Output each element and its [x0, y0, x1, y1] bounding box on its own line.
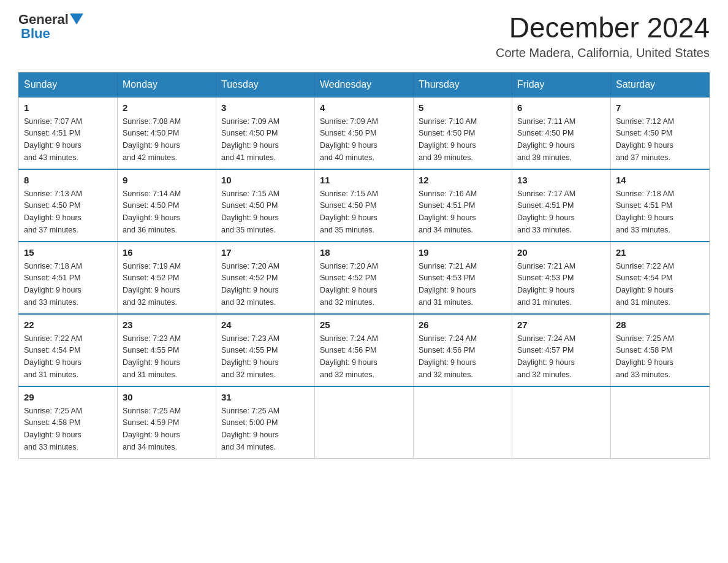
weekday-header-monday: Monday: [118, 72, 216, 97]
calendar-cell: 17 Sunrise: 7:20 AMSunset: 4:52 PMDaylig…: [216, 242, 315, 314]
day-info: Sunrise: 7:25 AMSunset: 4:59 PMDaylight:…: [123, 407, 181, 451]
calendar-cell: 16 Sunrise: 7:19 AMSunset: 4:52 PMDaylig…: [118, 242, 216, 314]
week-row-4: 22 Sunrise: 7:22 AMSunset: 4:54 PMDaylig…: [19, 314, 710, 386]
day-info: Sunrise: 7:08 AMSunset: 4:50 PMDaylight:…: [123, 117, 181, 162]
calendar-cell: 14 Sunrise: 7:18 AMSunset: 4:51 PMDaylig…: [611, 169, 710, 242]
day-number: 12: [419, 175, 507, 185]
weekday-header-sunday: Sunday: [19, 72, 118, 97]
calendar-cell: 5 Sunrise: 7:10 AMSunset: 4:50 PMDayligh…: [414, 97, 512, 169]
day-number: 31: [221, 392, 309, 402]
day-info: Sunrise: 7:15 AMSunset: 4:50 PMDaylight:…: [320, 190, 378, 234]
calendar-cell: 22 Sunrise: 7:22 AMSunset: 4:54 PMDaylig…: [19, 314, 118, 386]
day-number: 17: [221, 247, 309, 258]
calendar-cell: 15 Sunrise: 7:18 AMSunset: 4:51 PMDaylig…: [19, 242, 118, 314]
day-info: Sunrise: 7:16 AMSunset: 4:51 PMDaylight:…: [419, 190, 477, 234]
weekday-header-thursday: Thursday: [414, 72, 512, 97]
logo-arrow-icon: [70, 13, 83, 27]
calendar-cell: 25 Sunrise: 7:24 AMSunset: 4:56 PMDaylig…: [315, 314, 414, 386]
page-header: General Blue December 2024 Corte Madera,…: [18, 12, 710, 60]
day-info: Sunrise: 7:13 AMSunset: 4:50 PMDaylight:…: [24, 190, 82, 234]
calendar-cell: 8 Sunrise: 7:13 AMSunset: 4:50 PMDayligh…: [19, 169, 118, 242]
calendar-cell: 1 Sunrise: 7:07 AMSunset: 4:51 PMDayligh…: [19, 97, 118, 169]
day-number: 15: [24, 247, 112, 258]
day-number: 21: [616, 247, 704, 258]
day-number: 30: [123, 392, 211, 402]
weekday-header-friday: Friday: [512, 72, 611, 97]
week-row-1: 1 Sunrise: 7:07 AMSunset: 4:51 PMDayligh…: [19, 97, 710, 169]
day-info: Sunrise: 7:22 AMSunset: 4:54 PMDaylight:…: [616, 262, 674, 307]
calendar-cell: 4 Sunrise: 7:09 AMSunset: 4:50 PMDayligh…: [315, 97, 414, 169]
logo-general: General: [18, 13, 69, 26]
day-number: 28: [616, 320, 704, 330]
calendar-cell: 21 Sunrise: 7:22 AMSunset: 4:54 PMDaylig…: [611, 242, 710, 314]
day-info: Sunrise: 7:24 AMSunset: 4:56 PMDaylight:…: [419, 334, 477, 379]
day-number: 9: [123, 175, 211, 185]
day-info: Sunrise: 7:23 AMSunset: 4:55 PMDaylight:…: [123, 334, 181, 379]
day-info: Sunrise: 7:20 AMSunset: 4:52 PMDaylight:…: [221, 262, 279, 307]
day-number: 14: [616, 175, 704, 185]
calendar-cell: [414, 386, 512, 459]
weekday-header-saturday: Saturday: [611, 72, 710, 97]
day-info: Sunrise: 7:24 AMSunset: 4:57 PMDaylight:…: [517, 334, 575, 379]
day-number: 19: [419, 247, 507, 258]
day-info: Sunrise: 7:24 AMSunset: 4:56 PMDaylight:…: [320, 334, 378, 379]
day-info: Sunrise: 7:25 AMSunset: 5:00 PMDaylight:…: [221, 407, 279, 451]
calendar-cell: 2 Sunrise: 7:08 AMSunset: 4:50 PMDayligh…: [118, 97, 216, 169]
logo-blue: Blue: [21, 27, 50, 40]
weekday-header-tuesday: Tuesday: [216, 72, 315, 97]
day-number: 26: [419, 320, 507, 330]
calendar-cell: 3 Sunrise: 7:09 AMSunset: 4:50 PMDayligh…: [216, 97, 315, 169]
day-number: 16: [123, 247, 211, 258]
day-info: Sunrise: 7:09 AMSunset: 4:50 PMDaylight:…: [221, 117, 279, 162]
calendar-cell: 9 Sunrise: 7:14 AMSunset: 4:50 PMDayligh…: [118, 169, 216, 242]
day-info: Sunrise: 7:19 AMSunset: 4:52 PMDaylight:…: [123, 262, 181, 307]
calendar-cell: 12 Sunrise: 7:16 AMSunset: 4:51 PMDaylig…: [414, 169, 512, 242]
day-number: 29: [24, 392, 112, 402]
day-number: 25: [320, 320, 408, 330]
day-number: 22: [24, 320, 112, 330]
day-number: 20: [517, 247, 605, 258]
day-number: 6: [517, 102, 605, 113]
calendar-cell: [611, 386, 710, 459]
day-number: 8: [24, 175, 112, 185]
day-info: Sunrise: 7:20 AMSunset: 4:52 PMDaylight:…: [320, 262, 378, 307]
day-number: 1: [24, 102, 112, 113]
day-number: 2: [123, 102, 211, 113]
calendar-cell: 30 Sunrise: 7:25 AMSunset: 4:59 PMDaylig…: [118, 386, 216, 459]
calendar-cell: 20 Sunrise: 7:21 AMSunset: 4:53 PMDaylig…: [512, 242, 611, 314]
calendar-cell: 27 Sunrise: 7:24 AMSunset: 4:57 PMDaylig…: [512, 314, 611, 386]
week-row-2: 8 Sunrise: 7:13 AMSunset: 4:50 PMDayligh…: [19, 169, 710, 242]
day-info: Sunrise: 7:25 AMSunset: 4:58 PMDaylight:…: [616, 334, 674, 379]
day-info: Sunrise: 7:14 AMSunset: 4:50 PMDaylight:…: [123, 190, 181, 234]
calendar-cell: 24 Sunrise: 7:23 AMSunset: 4:55 PMDaylig…: [216, 314, 315, 386]
day-number: 7: [616, 102, 704, 113]
day-info: Sunrise: 7:09 AMSunset: 4:50 PMDaylight:…: [320, 117, 378, 162]
calendar-cell: 6 Sunrise: 7:11 AMSunset: 4:50 PMDayligh…: [512, 97, 611, 169]
calendar-cell: 7 Sunrise: 7:12 AMSunset: 4:50 PMDayligh…: [611, 97, 710, 169]
day-info: Sunrise: 7:18 AMSunset: 4:51 PMDaylight:…: [24, 262, 82, 307]
day-number: 10: [221, 175, 309, 185]
logo: General Blue: [18, 12, 83, 40]
day-info: Sunrise: 7:10 AMSunset: 4:50 PMDaylight:…: [419, 117, 477, 162]
week-row-3: 15 Sunrise: 7:18 AMSunset: 4:51 PMDaylig…: [19, 242, 710, 314]
calendar-cell: 10 Sunrise: 7:15 AMSunset: 4:50 PMDaylig…: [216, 169, 315, 242]
day-info: Sunrise: 7:12 AMSunset: 4:50 PMDaylight:…: [616, 117, 674, 162]
day-info: Sunrise: 7:11 AMSunset: 4:50 PMDaylight:…: [517, 117, 575, 162]
calendar-cell: 18 Sunrise: 7:20 AMSunset: 4:52 PMDaylig…: [315, 242, 414, 314]
main-title: December 2024: [496, 12, 710, 44]
day-number: 27: [517, 320, 605, 330]
calendar-cell: 28 Sunrise: 7:25 AMSunset: 4:58 PMDaylig…: [611, 314, 710, 386]
day-info: Sunrise: 7:18 AMSunset: 4:51 PMDaylight:…: [616, 190, 674, 234]
day-info: Sunrise: 7:15 AMSunset: 4:50 PMDaylight:…: [221, 190, 279, 234]
day-info: Sunrise: 7:25 AMSunset: 4:58 PMDaylight:…: [24, 407, 82, 451]
calendar-cell: 29 Sunrise: 7:25 AMSunset: 4:58 PMDaylig…: [19, 386, 118, 459]
day-number: 5: [419, 102, 507, 113]
calendar-cell: 23 Sunrise: 7:23 AMSunset: 4:55 PMDaylig…: [118, 314, 216, 386]
weekday-header-row: SundayMondayTuesdayWednesdayThursdayFrid…: [19, 72, 710, 97]
weekday-header-wednesday: Wednesday: [315, 72, 414, 97]
day-number: 3: [221, 102, 309, 113]
title-block: December 2024 Corte Madera, California, …: [496, 12, 710, 60]
week-row-5: 29 Sunrise: 7:25 AMSunset: 4:58 PMDaylig…: [19, 386, 710, 459]
day-info: Sunrise: 7:22 AMSunset: 4:54 PMDaylight:…: [24, 334, 82, 379]
calendar-cell: 26 Sunrise: 7:24 AMSunset: 4:56 PMDaylig…: [414, 314, 512, 386]
